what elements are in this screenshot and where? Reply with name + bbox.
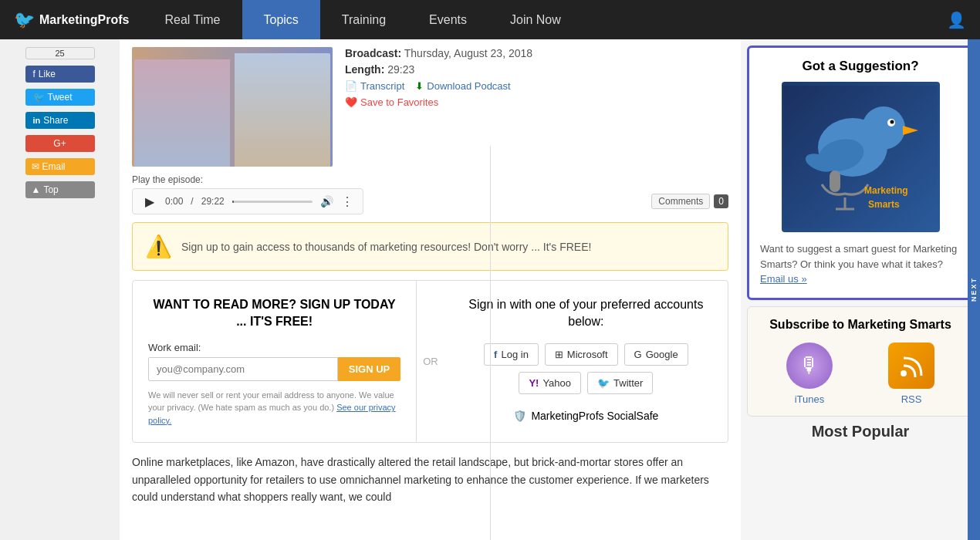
broadcast-row: Broadcast: Thursday, August 23, 2018 [345,47,728,59]
up-arrow-icon: ▲ [32,184,41,195]
signup-input-row: SIGN UP [148,357,400,381]
audio-player[interactable]: ▶ 0:00 / 29:22 🔊 ⋮ [132,188,363,214]
facebook-login-button[interactable]: f Log in [484,343,539,366]
rss-subscribe[interactable]: RSS [888,343,934,405]
svg-text:Marketing: Marketing [864,185,908,196]
episode-links: 📄 Transcript ⬇ Download Podcast [345,80,728,92]
heart-icon: ❤️ [345,96,357,108]
next-label[interactable]: NEXT [970,277,978,302]
signup-disclaimer: We will never sell or rent your email ad… [148,389,400,427]
time-total: 29:22 [201,196,225,207]
person2 [235,53,331,167]
subscribe-heading: Subscribe to Marketing Smarts [759,318,962,332]
time-separator: / [191,196,193,207]
or-divider: OR [417,281,444,442]
document-icon: 📄 [345,80,357,92]
social-signin-heading: Sign in with one of your preferred accou… [460,296,712,331]
volume-icon[interactable]: 🔊 [320,195,333,208]
audio-section: Play the episode: ▶ 0:00 / 29:22 🔊 ⋮ Com… [132,174,728,214]
play-label: Play the episode: [132,174,728,185]
episode-header: Broadcast: Thursday, August 23, 2018 Len… [132,47,728,167]
comments-button[interactable]: Comments [651,194,710,209]
nav-realtime[interactable]: Real Time [143,0,242,39]
logo-text: MarketingProfs [39,13,129,27]
twitter-tweet-button[interactable]: 🐦 Tweet [25,89,95,106]
left-sidebar: 25 f Like 🐦 Tweet in Share G+ ✉ Email ▲ … [0,39,120,540]
most-popular-heading: Most Popular [747,423,974,440]
social-buttons-row: f Log in ⊞ Microsoft G Google [484,343,688,366]
fb-count: 25 [25,47,95,59]
yahoo-icon: Y! [529,377,539,389]
marketing-smarts-svg: Marketing Smarts [783,86,938,228]
signup-button[interactable]: SIGN UP [338,357,400,381]
svg-rect-8 [830,170,840,192]
logo-bird-icon: 🐦 [14,10,35,30]
work-email-label: Work email: [148,342,400,353]
episode-info: Broadcast: Thursday, August 23, 2018 Len… [345,47,728,167]
signup-banner: ⚠️ Sign up to gain access to thousands o… [132,222,728,271]
subscribe-icons: 🎙 iTunes RSS [759,343,962,405]
transcript-link[interactable]: 📄 Transcript [345,80,404,92]
scroll-navigation[interactable]: NEXT [968,39,980,540]
article-text: Online marketplaces, like Amazon, have d… [132,454,728,505]
time-current: 0:00 [165,196,183,207]
yahoo-login-button[interactable]: Y! Yahoo [519,372,581,394]
svg-point-2 [862,106,905,150]
people-photo [132,47,333,167]
suggestion-heading: Got a Suggestion? [760,59,961,74]
download-podcast-link[interactable]: ⬇ Download Podcast [415,80,510,92]
nav-join-now[interactable]: Join Now [488,0,583,39]
progress-bar[interactable] [232,201,313,203]
right-sidebar: Got a Suggestion? [741,39,980,540]
social-buttons-row-2: Y! Yahoo 🐦 Twitter [519,372,653,394]
progress-fill [232,201,234,203]
signup-banner-text: Sign up to gain access to thousands of m… [181,241,591,253]
play-button[interactable]: ▶ [142,194,157,209]
person1 [134,59,231,167]
linkedin-share-button[interactable]: in Share [25,112,95,129]
subscribe-card: Subscribe to Marketing Smarts 🎙 iTunes R… [747,306,974,417]
signup-form-section: WANT TO READ MORE? SIGN UP TODAY ... IT'… [132,280,728,443]
nav-items: Real Time Topics Training Events Join No… [143,0,933,39]
signup-email-form: WANT TO READ MORE? SIGN UP TODAY ... IT'… [133,281,417,442]
comments-count: 0 [714,194,728,208]
itunes-subscribe[interactable]: 🎙 iTunes [786,343,833,405]
top-button[interactable]: ▲ Top [25,181,95,198]
suggestion-text: Want to suggest a smart guest for Market… [760,241,961,287]
shield-icon: 🛡️ [513,410,526,422]
microsoft-icon: ⊞ [555,349,563,360]
user-icon[interactable]: 👤 [933,11,980,29]
episode-image [132,47,333,167]
twitter-icon: 🐦 [33,92,45,103]
suggestion-image: Marketing Smarts [782,82,940,232]
twitter-login-button[interactable]: 🐦 Twitter [587,372,653,394]
email-share-button[interactable]: ✉ Email [25,158,95,175]
svg-point-13 [901,370,907,376]
svg-text:Smarts: Smarts [868,199,900,210]
save-favorites-link[interactable]: ❤️ Save to Favorites [345,96,728,108]
signup-social-form: Sign in with one of your preferred accou… [444,281,728,442]
rss-icon [888,343,934,389]
socialsafe-text: MarketingProfs SocialSafe [531,410,658,422]
logo[interactable]: 🐦 MarketingProfs [0,10,143,30]
svg-point-4 [890,120,894,124]
email-input[interactable] [148,357,338,381]
googleplus-button[interactable]: G+ [25,135,95,152]
twitter-bird-icon: 🐦 [597,377,610,389]
length-row: Length: 29:23 [345,63,728,76]
navigation: 🐦 MarketingProfs Real Time Topics Traini… [0,0,980,39]
facebook-like-button[interactable]: f Like [25,66,95,83]
google-login-button[interactable]: G Google [624,343,688,366]
nav-events[interactable]: Events [407,0,488,39]
rss-label: RSS [901,393,922,405]
nav-topics[interactable]: Topics [242,0,320,39]
itunes-icon: 🎙 [786,343,833,389]
nav-training[interactable]: Training [320,0,407,39]
warning-icon: ⚠️ [145,234,172,259]
page-body: 25 f Like 🐦 Tweet in Share G+ ✉ Email ▲ … [0,39,980,540]
more-options-icon[interactable]: ⋮ [341,194,353,209]
email-us-link[interactable]: Email us » [760,273,807,285]
suggestion-card: Got a Suggestion? [747,46,974,300]
itunes-label: iTunes [795,393,825,405]
microsoft-login-button[interactable]: ⊞ Microsoft [545,343,618,366]
